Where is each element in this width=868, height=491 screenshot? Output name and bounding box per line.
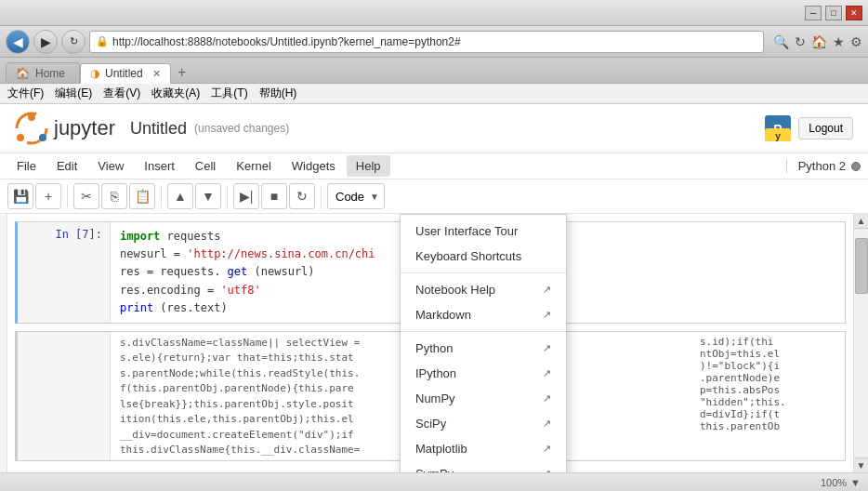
menu-insert[interactable]: Insert: [135, 155, 184, 177]
cut-button[interactable]: ✂: [73, 183, 99, 209]
notebook-title[interactable]: Untitled: [130, 119, 187, 139]
close-button[interactable]: ✕: [846, 6, 862, 20]
jupyter-menubar: File Edit View Insert Cell Kernel Widget…: [0, 153, 868, 179]
tab-home[interactable]: 🏠 Home: [6, 62, 80, 83]
search-icon[interactable]: 🔍: [773, 34, 789, 49]
cell-prompt: In [7]:: [18, 222, 111, 323]
external-link-icon-3: ↗: [543, 342, 551, 354]
external-link-icon-1: ↗: [543, 284, 551, 296]
cell-type-wrapper: Code ▼: [327, 183, 385, 209]
code-text-3: (newsurl): [255, 265, 315, 278]
menu-widgets[interactable]: Widgets: [283, 155, 345, 177]
scroll-up-button[interactable]: ▲: [854, 214, 869, 229]
external-link-icon-2: ↗: [543, 309, 551, 321]
var-res: res = requests.: [120, 265, 220, 278]
right-scrollbar: ▲ ▼: [853, 214, 868, 472]
cn-edit[interactable]: 编辑(E): [55, 86, 92, 101]
right-line-2: ntObj=this.el: [700, 348, 841, 360]
scipy-label: SciPy: [415, 417, 446, 431]
jupyter-toolbar: 💾 + ✂ ⎘ 📋 ▲ ▼ ▶| ■ ↻ Code ▼: [0, 179, 868, 214]
refresh-button[interactable]: ↻: [61, 30, 85, 54]
back-button[interactable]: ◀: [6, 30, 30, 54]
numpy-label: NumPy: [415, 391, 455, 405]
scroll-thumb[interactable]: [855, 238, 868, 294]
ui-tour-label: User Interface Tour: [415, 224, 518, 238]
right-line-4: .parentNode)e: [700, 372, 841, 384]
cn-help[interactable]: 帮助(H): [259, 86, 297, 101]
dropdown-matplotlib[interactable]: Matplotlib ↗: [401, 436, 566, 461]
forward-button[interactable]: ▶: [33, 30, 58, 54]
cell-type-select[interactable]: Code: [327, 183, 385, 209]
dropdown-scipy[interactable]: SciPy ↗: [401, 411, 566, 436]
move-down-button[interactable]: ▼: [195, 183, 221, 209]
paste-button[interactable]: 📋: [129, 183, 155, 209]
nav-icons: 🔍 ↻ 🏠 ★ ⚙: [773, 34, 862, 49]
dropdown-markdown[interactable]: Markdown ↗: [401, 302, 566, 327]
right-line-8: this.parentOb: [700, 420, 841, 432]
menu-kernel[interactable]: Kernel: [227, 155, 281, 177]
save-button[interactable]: 💾: [7, 183, 33, 209]
dropdown-keyboard-shortcuts[interactable]: Keyboard Shortcuts: [401, 244, 566, 269]
cn-view[interactable]: 查看(V): [103, 86, 140, 101]
right-line-5: p=this.absPos: [700, 384, 841, 396]
logout-button[interactable]: Logout: [798, 117, 853, 139]
menu-cell[interactable]: Cell: [186, 155, 225, 177]
external-link-icon-6: ↗: [543, 418, 551, 430]
scroll-down-button[interactable]: ▼: [854, 458, 869, 472]
move-up-button[interactable]: ▲: [167, 183, 193, 209]
left-margin: [0, 214, 7, 472]
dropdown-user-interface-tour[interactable]: User Interface Tour: [401, 219, 566, 244]
toolbar-separator-1: [67, 185, 68, 207]
python-logo: P y: [765, 115, 791, 141]
header-right: P y Logout: [765, 115, 853, 141]
output-prompt: [18, 332, 111, 461]
cn-favorites[interactable]: 收藏夹(A): [151, 86, 200, 101]
toolbar-separator-3: [227, 185, 228, 207]
cn-menubar: 文件(F) 编辑(E) 查看(V) 收藏夹(A) 工具(T) 帮助(H): [0, 84, 868, 104]
tab-close-button[interactable]: ✕: [152, 68, 161, 80]
restart-button[interactable]: ↻: [289, 183, 315, 209]
keyboard-shortcuts-label: Keyboard Shortcuts: [415, 249, 521, 263]
new-tab-button[interactable]: +: [171, 62, 193, 83]
dropdown-sympy[interactable]: SymPy ↗: [401, 461, 566, 472]
browser-navbar: ◀ ▶ ↻ 🔒 🔍 ↻ 🏠 ★ ⚙: [0, 26, 868, 58]
zoom-level: 100%: [821, 477, 847, 488]
scroll-track: [854, 229, 869, 458]
minimize-button[interactable]: ─: [805, 6, 822, 20]
tab-untitled[interactable]: ◑ Untitled ✕: [80, 63, 171, 84]
right-line-7: d=divId};if(t: [700, 408, 841, 420]
var-encoding: res.encoding =: [120, 284, 220, 297]
ipython-label: IPython: [415, 366, 456, 380]
browser-tabs: 🏠 Home ◑ Untitled ✕ +: [0, 58, 868, 84]
zoom-control: 100% ▼: [821, 477, 861, 488]
svg-point-3: [17, 134, 24, 141]
cn-file[interactable]: 文件(F): [7, 86, 44, 101]
address-input[interactable]: [112, 35, 757, 48]
cn-tools[interactable]: 工具(T): [211, 86, 247, 101]
zoom-dropdown-icon[interactable]: ▼: [850, 477, 861, 488]
menu-view[interactable]: View: [88, 155, 133, 177]
dropdown-python[interactable]: Python ↗: [401, 336, 566, 361]
string-utf8: 'utf8': [220, 284, 260, 297]
home-icon[interactable]: 🏠: [811, 34, 827, 49]
kernel-name: Python 2: [798, 159, 846, 173]
dropdown-numpy[interactable]: NumPy ↗: [401, 386, 566, 411]
stop-button[interactable]: ■: [261, 183, 287, 209]
menu-help[interactable]: Help: [347, 155, 390, 177]
run-button[interactable]: ▶|: [233, 183, 259, 209]
notebook-help-label: Notebook Help: [415, 283, 495, 297]
right-line-3: )!="block"){i: [700, 360, 841, 372]
dropdown-notebook-help[interactable]: Notebook Help ↗: [401, 277, 566, 302]
settings-icon[interactable]: ⚙: [850, 34, 862, 49]
menu-file[interactable]: File: [7, 155, 46, 177]
toolbar-separator-4: [321, 185, 322, 207]
var-newsurl: newsurl =: [120, 247, 187, 260]
add-cell-button[interactable]: +: [35, 183, 61, 209]
jupyter-header: jupyter Untitled (unsaved changes) P y L…: [0, 104, 868, 153]
maximize-button[interactable]: □: [825, 6, 842, 20]
copy-button[interactable]: ⎘: [101, 183, 127, 209]
refresh-small-icon[interactable]: ↻: [795, 34, 806, 49]
favorites-icon[interactable]: ★: [833, 34, 845, 49]
dropdown-ipython[interactable]: IPython ↗: [401, 361, 566, 386]
menu-edit[interactable]: Edit: [47, 155, 86, 177]
